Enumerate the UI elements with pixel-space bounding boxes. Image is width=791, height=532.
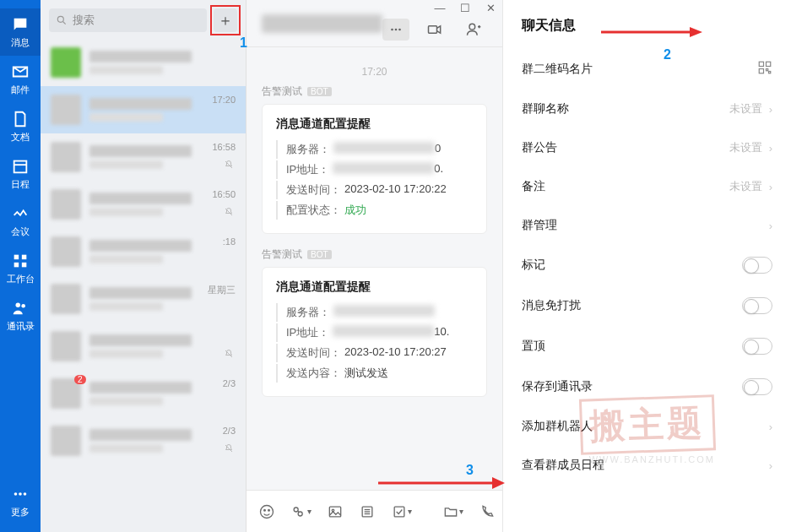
avatar <box>51 236 81 267</box>
add-button[interactable]: ＋ <box>214 8 237 32</box>
minimize-button[interactable]: — <box>433 2 447 14</box>
maximize-button[interactable]: ☐ <box>458 2 472 14</box>
task-button[interactable]: ▾ <box>391 503 412 520</box>
chat-title <box>262 14 382 33</box>
more-icon <box>11 485 30 503</box>
conv-preview-blurred <box>89 113 163 122</box>
screenshot-button[interactable]: ▾ <box>290 503 312 520</box>
conv-name-blurred <box>89 145 192 157</box>
chat-area: — ☐ ✕ 17:20 告警测试BOT消息通道配置提醒服务器：0IP地址：0.发… <box>247 0 502 532</box>
svg-rect-36 <box>394 507 404 517</box>
card-field: 发送时间：2023-02-10 17:20:27 <box>276 344 473 362</box>
info-label: 查看群成员日程 <box>522 458 604 473</box>
apps-icon <box>11 252 30 270</box>
info-row-添加群机器人[interactable]: 添加群机器人› <box>503 407 791 446</box>
toggle-switch[interactable] <box>742 378 772 395</box>
conversation-item[interactable]: 星期三 <box>41 275 246 323</box>
toggle-switch[interactable] <box>742 297 772 314</box>
bot-tag: BOT <box>307 87 332 96</box>
nav-contacts[interactable]: 通讯录 <box>0 292 41 339</box>
conversation-item[interactable]: 17:20 <box>41 86 246 133</box>
nav-messages[interactable]: 消息 <box>0 8 41 56</box>
nav-label: 消息 <box>11 36 30 49</box>
info-row-备注[interactable]: 备注未设置› <box>503 167 791 206</box>
annotation-highlight-box <box>210 5 241 35</box>
nav-meeting[interactable]: 会议 <box>0 198 41 245</box>
svg-line-29 <box>298 511 299 513</box>
conversation-item[interactable]: 16:58 <box>41 133 246 181</box>
nav-docs[interactable]: 文档 <box>0 103 41 150</box>
svg-point-7 <box>21 304 25 308</box>
svg-rect-4 <box>14 263 19 268</box>
message-card: 消息通道配置提醒服务器：IP地址：10.发送时间：2023-02-10 17:2… <box>262 267 487 397</box>
card-field: 服务器： <box>276 303 473 322</box>
conv-preview-blurred <box>89 255 163 263</box>
info-row-查看群成员日程[interactable]: 查看群成员日程› <box>503 446 791 485</box>
card-title: 消息通道配置提醒 <box>276 117 473 132</box>
search-placeholder: 搜索 <box>73 13 95 28</box>
emoji-button[interactable] <box>258 503 275 520</box>
conv-name-blurred <box>89 287 192 299</box>
nav-calendar[interactable]: 日程 <box>0 150 41 198</box>
info-row-群二维码名片[interactable]: 群二维码名片 <box>503 48 791 90</box>
info-row-群公告[interactable]: 群公告未设置› <box>503 128 791 167</box>
svg-rect-40 <box>767 69 768 71</box>
nav-mail[interactable]: 邮件 <box>0 56 41 103</box>
more-options-button[interactable] <box>382 19 409 41</box>
card-title: 消息通道配置提醒 <box>276 280 473 295</box>
toggle-switch[interactable] <box>742 257 772 274</box>
call-button[interactable] <box>479 503 496 520</box>
toggle-switch[interactable] <box>742 338 772 355</box>
card-field: 发送时间：2023-02-10 17:20:22 <box>276 181 473 199</box>
info-label: 群管理 <box>522 218 557 233</box>
chevron-right-icon: › <box>769 421 772 433</box>
chevron-right-icon: › <box>769 459 772 472</box>
svg-point-21 <box>469 24 475 30</box>
image-button[interactable] <box>327 503 344 520</box>
nav-label: 邮件 <box>11 84 30 96</box>
message-card: 消息通道配置提醒服务器：0IP地址：0.发送时间：2023-02-10 17:2… <box>262 104 487 234</box>
nav-more[interactable]: 更多 <box>0 478 41 525</box>
info-row-标记[interactable]: 标记 <box>503 245 791 285</box>
info-row-群管理[interactable]: 群管理› <box>503 206 791 245</box>
chevron-right-icon: › <box>769 181 772 193</box>
info-row-群聊名称[interactable]: 群聊名称未设置› <box>503 90 791 128</box>
chat-header: — ☐ ✕ <box>247 0 502 47</box>
info-value: 未设置 <box>729 179 762 194</box>
svg-point-10 <box>24 492 27 496</box>
info-label: 群聊名称 <box>522 101 569 117</box>
avatar <box>51 142 81 172</box>
conv-preview-blurred <box>89 66 163 74</box>
conv-name-blurred <box>89 193 192 204</box>
conversation-item[interactable]: 2/3 2 <box>41 370 246 417</box>
add-member-button[interactable] <box>460 19 487 41</box>
nav-label: 会议 <box>11 225 30 238</box>
chevron-right-icon: › <box>769 220 772 232</box>
avatar <box>51 95 81 125</box>
info-row-保存到通讯录[interactable]: 保存到通讯录 <box>503 366 791 407</box>
nav-workbench[interactable]: 工作台 <box>0 245 41 292</box>
list-button[interactable] <box>359 503 376 520</box>
chevron-right-icon: › <box>769 142 772 155</box>
conversation-item[interactable]: 2/3 <box>41 417 246 464</box>
avatar <box>51 331 81 361</box>
svg-point-19 <box>398 28 401 30</box>
conv-time: 2/3 <box>223 378 236 388</box>
info-row-消息免打扰[interactable]: 消息免打扰 <box>503 285 791 326</box>
conversation-item[interactable]: :18 <box>41 228 246 275</box>
conv-preview-blurred <box>89 397 163 405</box>
svg-rect-3 <box>22 255 27 260</box>
info-label: 群二维码名片 <box>522 62 593 77</box>
folder-button[interactable]: ▾ <box>442 503 463 520</box>
info-row-置顶[interactable]: 置顶 <box>503 326 791 366</box>
close-button[interactable]: ✕ <box>484 2 497 14</box>
search-input[interactable]: 搜索 <box>49 8 207 32</box>
video-call-button[interactable] <box>421 19 448 41</box>
conversation-list: 搜索 ＋ 17:20 16:58 <box>41 0 247 532</box>
conv-time: 17:20 <box>212 95 236 105</box>
calendar-icon <box>11 157 30 176</box>
conversation-item[interactable] <box>41 39 246 86</box>
conversation-item[interactable] <box>41 323 246 370</box>
conversation-item[interactable]: 16:50 <box>41 181 246 228</box>
conv-name-blurred <box>89 334 192 346</box>
